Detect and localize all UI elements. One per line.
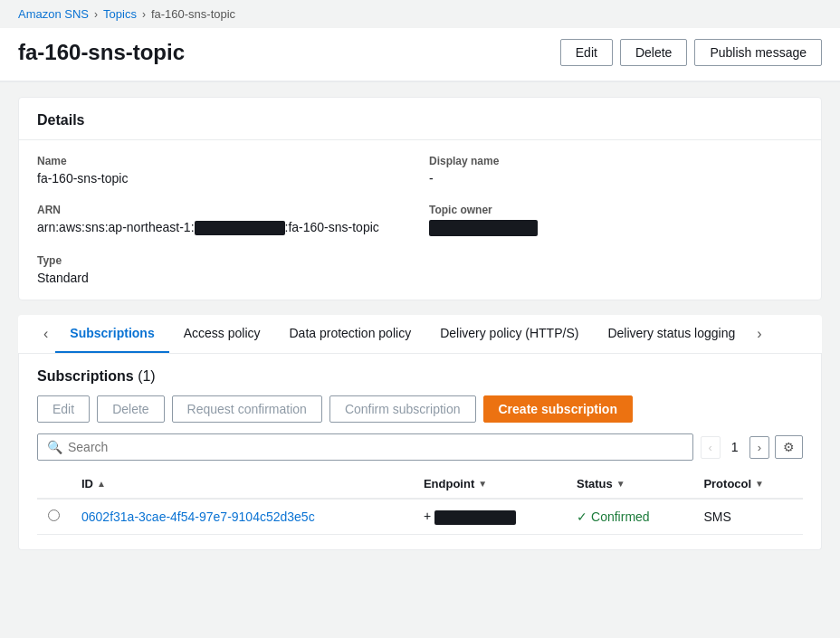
row-status-cell: ✓ Confirmed [566, 499, 692, 534]
tab-subscriptions[interactable]: Subscriptions [55, 315, 168, 353]
row-protocol-cell: SMS [692, 499, 803, 534]
page-title: fa-160-sns-topic [18, 40, 185, 65]
details-grid: Name fa-160-sns-topic Display name - ARN… [19, 140, 821, 300]
arn-redacted [195, 221, 285, 235]
delete-button[interactable]: Delete [620, 39, 687, 66]
next-page-button[interactable]: › [749, 436, 769, 459]
breadcrumb-sep-2: › [142, 8, 146, 21]
arn-value: arn:aws:sns:ap-northeast-1::fa-160-sns-t… [37, 220, 411, 235]
endpoint-prefix: + [424, 509, 431, 523]
type-label: Type [37, 254, 411, 267]
detail-display-name: Display name - [429, 155, 803, 186]
row-endpoint-cell: + [413, 499, 566, 534]
tabs-bar: ‹ Subscriptions Access policy Data prote… [18, 315, 822, 354]
page-number: 1 [726, 440, 744, 454]
prev-page-button[interactable]: ‹ [701, 436, 721, 459]
tab-data-protection[interactable]: Data protection policy [275, 315, 426, 353]
breadcrumb-topics[interactable]: Topics [103, 7, 137, 21]
topic-owner-value [429, 220, 803, 236]
name-value: fa-160-sns-topic [37, 171, 411, 186]
protocol-sort-icon: ▼ [755, 479, 764, 489]
id-sort-icon: ▲ [97, 479, 106, 489]
search-icon: 🔍 [47, 440, 62, 454]
publish-message-button[interactable]: Publish message [694, 39, 822, 66]
tab-delivery-status[interactable]: Delivery status logging [593, 315, 749, 353]
edit-button[interactable]: Edit [560, 39, 613, 66]
breadcrumb-current: fa-160-sns-topic [151, 7, 235, 21]
details-title: Details [19, 98, 821, 140]
subscriptions-table: ID ▲ Endpoint ▼ Status ▼ [37, 470, 803, 534]
id-col-header[interactable]: ID ▲ [71, 470, 413, 499]
search-input[interactable] [68, 440, 683, 454]
search-input-wrap[interactable]: 🔍 [37, 433, 693, 461]
endpoint-col-header[interactable]: Endpoint ▼ [413, 470, 566, 499]
details-section: Details Name fa-160-sns-topic Display na… [18, 97, 822, 300]
status-check-icon: ✓ [577, 509, 587, 524]
detail-arn: ARN arn:aws:sns:ap-northeast-1::fa-160-s… [37, 204, 411, 236]
detail-topic-owner: Topic owner [429, 204, 803, 236]
request-confirmation-button[interactable]: Request confirmation [172, 395, 322, 423]
tabs-container: ‹ Subscriptions Access policy Data prote… [18, 315, 822, 354]
page-header: fa-160-sns-topic Edit Delete Publish mes… [0, 28, 840, 81]
table-row: 0602f31a-3cae-4f54-97e7-9104c52d3e5c + ✓… [37, 499, 803, 534]
header-actions: Edit Delete Publish message [560, 39, 822, 66]
status-sort-icon: ▼ [616, 479, 625, 489]
status-badge: ✓ Confirmed [577, 509, 682, 524]
tab-nav-prev[interactable]: ‹ [36, 315, 55, 353]
subscriptions-count: (1) [134, 368, 156, 385]
endpoint-redacted [434, 510, 516, 525]
display-name-value: - [429, 171, 803, 186]
subscriptions-title: Subscriptions [37, 368, 134, 385]
breadcrumb-sep-1: › [94, 8, 98, 21]
breadcrumb: Amazon SNS › Topics › fa-160-sns-topic [0, 0, 840, 28]
sub-edit-button[interactable]: Edit [37, 395, 90, 423]
pagination-controls: ‹ 1 › ⚙ [701, 435, 803, 459]
row-select-cell[interactable] [37, 499, 71, 534]
endpoint-sort-icon: ▼ [478, 479, 487, 489]
table-settings-button[interactable]: ⚙ [775, 435, 803, 459]
display-name-label: Display name [429, 155, 803, 167]
tab-access-policy[interactable]: Access policy [169, 315, 275, 353]
topic-owner-label: Topic owner [429, 204, 803, 216]
sub-delete-button[interactable]: Delete [97, 395, 164, 423]
create-subscription-button[interactable]: Create subscription [483, 395, 633, 423]
type-value: Standard [37, 271, 411, 285]
arn-label: ARN [37, 204, 411, 216]
search-pagination-bar: 🔍 ‹ 1 › ⚙ [37, 433, 803, 461]
select-col-header [37, 470, 71, 499]
row-radio[interactable] [48, 509, 60, 521]
detail-name: Name fa-160-sns-topic [37, 155, 411, 186]
subscriptions-actions: Edit Delete Request confirmation Confirm… [37, 395, 803, 423]
protocol-col-header[interactable]: Protocol ▼ [692, 470, 803, 499]
table-header-row: ID ▲ Endpoint ▼ Status ▼ [37, 470, 803, 499]
subscriptions-header: Subscriptions (1) [37, 368, 803, 385]
name-label: Name [37, 155, 411, 167]
tab-nav-next[interactable]: › [749, 315, 768, 353]
row-id-cell: 0602f31a-3cae-4f54-97e7-9104c52d3e5c [71, 499, 413, 534]
breadcrumb-amazon-sns[interactable]: Amazon SNS [18, 7, 89, 21]
confirm-subscription-button[interactable]: Confirm subscription [329, 395, 476, 423]
status-col-header[interactable]: Status ▼ [566, 470, 692, 499]
detail-type: Type Standard [37, 254, 411, 285]
subscription-id-link[interactable]: 0602f31a-3cae-4f54-97e7-9104c52d3e5c [81, 509, 315, 524]
tab-delivery-policy[interactable]: Delivery policy (HTTP/S) [425, 315, 593, 353]
subscriptions-section: Subscriptions (1) Edit Delete Request co… [18, 354, 822, 549]
